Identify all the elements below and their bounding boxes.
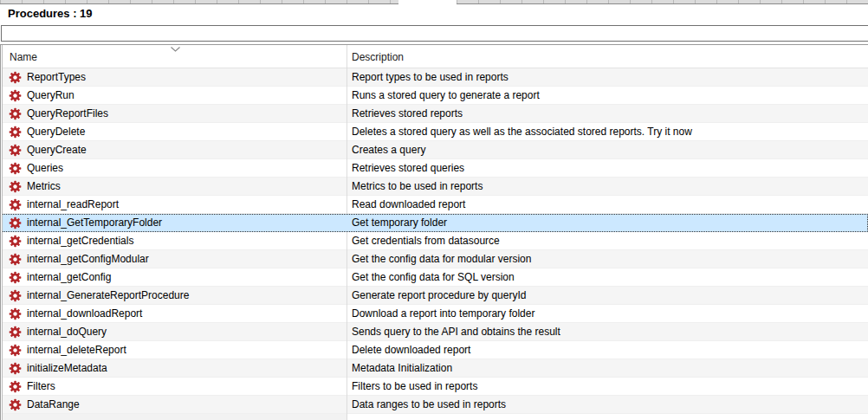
gear-icon	[9, 162, 22, 175]
name-cell: internal_GenerateReportProcedure	[0, 287, 347, 305]
procedure-description: Report types to be used in reports	[352, 71, 508, 83]
description-cell: Delete downloaded report	[352, 341, 868, 359]
description-cell: Metadata Initialization	[352, 359, 868, 378]
procedure-name: Queries	[27, 159, 63, 178]
procedure-name: internal_GenerateReportProcedure	[27, 287, 189, 305]
gear-icon	[9, 253, 22, 266]
table-row[interactable]: DataRange Data ranges to be used in repo…	[0, 396, 868, 414]
table-row[interactable]: QueryRun Runs a stored query to generate…	[0, 87, 868, 105]
procedure-description: Data ranges to be used in reports	[352, 398, 506, 410]
table-row[interactable]: Filters Filters to be used in reports	[0, 378, 868, 396]
procedure-name: internal_readReport	[27, 196, 119, 214]
table-left-border	[0, 45, 3, 420]
table-row[interactable]: internal_GenerateReportProcedure Generat…	[0, 287, 868, 305]
column-divider[interactable]	[347, 45, 347, 420]
gear-icon	[9, 398, 22, 411]
empty-name-cell	[0, 414, 347, 420]
gear-icon	[9, 144, 22, 157]
procedure-name: internal_getConfigModular	[27, 250, 149, 268]
procedure-name: QueryCreate	[27, 141, 87, 159]
table-row[interactable]: QueryReportFiles Retrieves stored report…	[0, 105, 868, 123]
empty-row-stub	[0, 414, 868, 420]
procedures-table: Name Description ReportTypes Report type…	[0, 44, 868, 420]
name-cell: QueryRun	[0, 87, 347, 105]
procedure-name: Filters	[27, 378, 55, 396]
procedure-description: Retrieves stored queries	[352, 162, 464, 174]
table-row[interactable]: internal_GetTemporaryFolder Get temporar…	[0, 214, 868, 232]
name-cell: internal_downloadReport	[0, 305, 347, 323]
table-row[interactable]: internal_getConfig Get the config data f…	[0, 268, 868, 287]
name-cell: ReportTypes	[0, 68, 347, 87]
name-cell: internal_GetTemporaryFolder	[0, 214, 347, 232]
procedure-description: Creates a query	[352, 144, 425, 156]
gear-icon	[9, 380, 22, 393]
name-cell: QueryReportFiles	[0, 105, 347, 123]
procedure-name: internal_GetTemporaryFolder	[27, 214, 162, 232]
procedure-description: Generate report procedure by queryId	[352, 289, 526, 301]
description-cell: Generate report procedure by queryId	[352, 287, 868, 305]
procedure-description: Filters to be used in reports	[352, 380, 477, 392]
name-cell: internal_getCredentials	[0, 232, 347, 250]
gear-icon	[9, 89, 22, 102]
gear-icon	[9, 180, 22, 193]
procedure-name: ReportTypes	[27, 68, 86, 87]
description-cell: Download a report into temporary folder	[352, 305, 868, 323]
table-row[interactable]: internal_deleteReport Delete downloaded …	[0, 341, 868, 359]
description-cell: Report types to be used in reports	[352, 68, 868, 87]
name-cell: internal_getConfigModular	[0, 250, 347, 268]
name-cell: internal_getConfig	[0, 268, 347, 287]
procedure-name: Metrics	[27, 178, 61, 196]
procedure-description: Get credentials from datasource	[352, 235, 500, 247]
procedure-description: Sends query to the API and obtains the r…	[352, 326, 560, 338]
filter-input[interactable]	[1, 25, 868, 42]
name-cell: Metrics	[0, 178, 347, 196]
description-cell: Sends query to the API and obtains the r…	[352, 323, 868, 341]
table-header: Name Description	[0, 45, 868, 68]
procedure-description: Download a report into temporary folder	[352, 307, 534, 320]
procedure-description: Metadata Initialization	[352, 362, 452, 374]
name-cell: QueryCreate	[0, 141, 347, 159]
table-row[interactable]: Metrics Metrics to be used in reports	[0, 178, 868, 196]
table-row[interactable]: internal_downloadReport Download a repor…	[0, 305, 868, 323]
table-row[interactable]: QueryDelete Deletes a stored query as we…	[0, 123, 868, 141]
name-cell: DataRange	[0, 396, 347, 414]
table-body: ReportTypes Report types to be used in r…	[0, 68, 868, 414]
description-cell: Get temporary folder	[352, 214, 868, 232]
gear-icon	[9, 216, 22, 229]
name-cell: initializeMetadata	[0, 359, 347, 378]
column-header-name[interactable]: Name	[10, 51, 37, 63]
gear-icon	[9, 289, 22, 302]
table-row[interactable]: internal_doQuery Sends query to the API …	[0, 323, 868, 341]
table-row[interactable]: initializeMetadata Metadata Initializati…	[0, 359, 868, 378]
procedure-name: DataRange	[27, 396, 80, 414]
procedure-description: Deletes a stored query as well as the as…	[352, 126, 692, 138]
gear-icon	[9, 307, 22, 320]
gear-icon	[9, 198, 22, 211]
procedure-description: Get the config data for SQL version	[352, 271, 515, 283]
procedure-name: internal_getCredentials	[27, 232, 133, 250]
table-row[interactable]: Queries Retrieves stored queries	[0, 159, 868, 178]
gear-icon	[9, 344, 22, 357]
table-row[interactable]: QueryCreate Creates a query	[0, 141, 868, 159]
name-cell: internal_readReport	[0, 196, 347, 214]
table-row[interactable]: internal_getCredentials Get credentials …	[0, 232, 868, 250]
procedure-description: Metrics to be used in reports	[352, 180, 483, 192]
procedure-description: Get the config data for modular version	[352, 253, 531, 265]
gear-icon	[9, 126, 22, 139]
table-row[interactable]: internal_readReport Read downloaded repo…	[0, 196, 868, 214]
gear-icon	[9, 326, 22, 339]
procedure-name: internal_doQuery	[27, 323, 107, 341]
chevron-down-icon	[171, 47, 180, 52]
procedure-name: internal_deleteReport	[27, 341, 126, 359]
procedure-description: Runs a stored query to generate a report	[352, 89, 540, 101]
cropped-grid-edge-left	[0, 0, 398, 4]
table-row[interactable]: internal_getConfigModular Get the config…	[0, 250, 868, 268]
description-cell: Get the config data for SQL version	[352, 268, 868, 287]
description-cell: Metrics to be used in reports	[352, 178, 868, 196]
description-cell: Deletes a stored query as well as the as…	[352, 123, 868, 141]
table-row[interactable]: ReportTypes Report types to be used in r…	[0, 68, 868, 87]
procedure-description: Read downloaded report	[352, 198, 465, 210]
procedure-name: initializeMetadata	[27, 359, 107, 378]
name-cell: internal_deleteReport	[0, 341, 347, 359]
column-header-description[interactable]: Description	[352, 51, 404, 63]
